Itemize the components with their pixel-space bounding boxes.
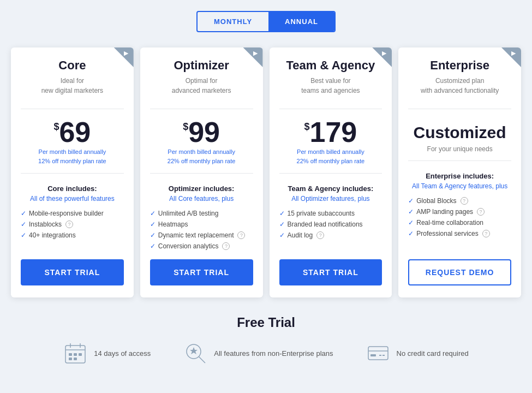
credit-card-icon [366, 341, 390, 365]
check-icon: ✓ [21, 210, 26, 217]
enterprise-request-demo-button[interactable]: REQUEST DEMO [408, 259, 511, 285]
list-item: ✓Conversion analytics? [150, 241, 253, 252]
svg-rect-6 [79, 353, 82, 356]
optimizer-features-link[interactable]: All Core features, plus [150, 195, 253, 203]
svg-marker-11 [190, 347, 198, 354]
optimizer-start-trial-button[interactable]: START TRIAL [150, 259, 253, 285]
core-plan-title: Core [21, 58, 124, 73]
optimizer-dollar-sign: $ [183, 121, 188, 132]
billing-toggle[interactable]: MONTHLY ANNUAL [196, 11, 336, 32]
core-plan-price-area: $69 [21, 118, 124, 146]
team-agency-dollar-sign: $ [304, 121, 309, 132]
optimizer-plan-card: ▶ Optimizer Optimal for advanced markete… [140, 47, 263, 297]
enterprise-feature-list: ✓Global Blocks? ✓AMP landing pages? ✓Rea… [408, 195, 511, 252]
play-icon-enterprise: ▶ [511, 50, 519, 57]
search-star-icon [183, 341, 207, 365]
svg-rect-14 [370, 354, 376, 356]
enterprise-plan-card: ▶ Enterprise Customized plan with advanc… [398, 47, 521, 297]
core-dollar-sign: $ [53, 121, 59, 132]
team-agency-plan-card: ▶ Team & Agency Best value for teams and… [270, 47, 392, 297]
enterprise-plan-subtitle: Customized plan with advanced functional… [408, 76, 511, 96]
svg-rect-7 [69, 358, 72, 360]
info-icon[interactable]: ? [222, 242, 230, 250]
svg-rect-5 [74, 353, 77, 356]
enterprise-price-unique: For your unique needs [408, 145, 511, 153]
team-agency-features-link[interactable]: All Optimizer features, plus [279, 195, 382, 203]
core-price-note: Per month billed annually 12% off monthl… [21, 147, 124, 165]
core-includes-title: Core includes: [21, 184, 124, 193]
free-trial-section: Free Trial 14 days of access All f [5, 315, 527, 365]
check-icon: ✓ [408, 208, 414, 216]
check-icon: ✓ [279, 221, 285, 228]
list-item: ✓Global Blocks? [408, 195, 511, 206]
list-item: ✓40+ integrations [21, 230, 124, 241]
calendar-icon [63, 341, 87, 365]
free-trial-title: Free Trial [5, 315, 527, 330]
team-agency-price-amount: 179 [310, 116, 357, 148]
core-start-trial-button[interactable]: START TRIAL [21, 259, 124, 285]
optimizer-price-amount: 99 [188, 116, 220, 148]
monthly-toggle-button[interactable]: MONTHLY [198, 12, 268, 31]
list-item: ✓Branded lead notifications [279, 219, 382, 230]
team-agency-price-note: Per month billed annually 22% off monthl… [279, 147, 382, 165]
free-trial-access-text: 14 days of access [94, 349, 151, 358]
list-item: ✓Instablocks? [21, 219, 124, 230]
list-item: ✓Unlimited A/B testing [150, 208, 253, 219]
pricing-cards: ▶ Core Ideal for new digital marketers $… [5, 47, 527, 297]
play-icon-core: ▶ [124, 50, 131, 57]
core-features-link[interactable]: All of these powerful features [21, 195, 124, 203]
team-agency-start-trial-button[interactable]: START TRIAL [279, 259, 382, 285]
list-item: ✓Dynamic text replacement? [150, 230, 253, 241]
free-trial-card-text: No credit card required [397, 349, 469, 358]
svg-rect-8 [74, 358, 77, 360]
check-icon: ✓ [150, 210, 156, 217]
list-item: ✓Mobile-responsive builder [21, 208, 124, 219]
check-icon: ✓ [21, 231, 26, 239]
team-agency-plan-subtitle: Best value for teams and agencies [279, 76, 382, 96]
enterprise-features-link[interactable]: All Team & Agency features, plus [408, 182, 511, 190]
enterprise-plan-price-area: Customized [408, 118, 511, 144]
optimizer-plan-subtitle: Optimal for advanced marketers [150, 76, 253, 96]
info-icon[interactable]: ? [477, 208, 485, 216]
svg-rect-4 [69, 353, 72, 356]
core-feature-list: ✓Mobile-responsive builder ✓Instablocks?… [21, 208, 124, 252]
list-item: ✓AMP landing pages? [408, 206, 511, 217]
core-price-amount: 69 [59, 116, 91, 148]
check-icon: ✓ [21, 221, 26, 228]
optimizer-price-note: Per month billed annually 22% off monthl… [150, 147, 253, 165]
info-icon[interactable]: ? [65, 221, 73, 228]
check-icon: ✓ [408, 197, 414, 205]
list-item: ✓Heatmaps [150, 219, 253, 230]
list-item: ✓Real-time collaboration [408, 217, 511, 228]
list-item: ✓15 private subaccounts [279, 208, 382, 219]
check-icon: ✓ [150, 231, 156, 239]
play-icon-team-agency: ▶ [382, 50, 390, 57]
team-agency-plan-price-area: $179 [279, 118, 382, 146]
team-agency-includes-title: Team & Agency includes: [279, 184, 382, 193]
info-icon[interactable]: ? [316, 231, 324, 239]
core-plan-subtitle: Ideal for new digital marketers [21, 76, 124, 96]
enterprise-plan-title: Enterprise [408, 58, 511, 73]
annual-toggle-button[interactable]: ANNUAL [268, 12, 334, 31]
optimizer-feature-list: ✓Unlimited A/B testing ✓Heatmaps ✓Dynami… [150, 208, 253, 252]
svg-line-10 [199, 356, 205, 363]
check-icon: ✓ [279, 231, 285, 239]
svg-rect-12 [368, 347, 388, 360]
enterprise-price-customized: Customized [408, 123, 511, 142]
team-agency-feature-list: ✓15 private subaccounts ✓Branded lead no… [279, 208, 382, 252]
check-icon: ✓ [150, 221, 156, 228]
free-trial-features-text: All features from non-Enterprise plans [214, 349, 333, 358]
info-icon[interactable]: ? [237, 231, 245, 239]
optimizer-plan-title: Optimizer [150, 58, 253, 73]
check-icon: ✓ [279, 210, 285, 217]
info-icon[interactable]: ? [482, 230, 490, 237]
play-icon-optimizer: ▶ [253, 50, 261, 57]
optimizer-includes-title: Optimizer includes: [150, 184, 253, 193]
list-item: ✓Audit log? [279, 230, 382, 241]
check-icon: ✓ [150, 242, 156, 250]
enterprise-includes-title: Enterprise includes: [408, 172, 511, 180]
core-plan-card: ▶ Core Ideal for new digital marketers $… [11, 47, 134, 297]
team-agency-plan-title: Team & Agency [279, 58, 382, 73]
free-trial-item-card: No credit card required [366, 341, 469, 365]
info-icon[interactable]: ? [461, 197, 468, 205]
